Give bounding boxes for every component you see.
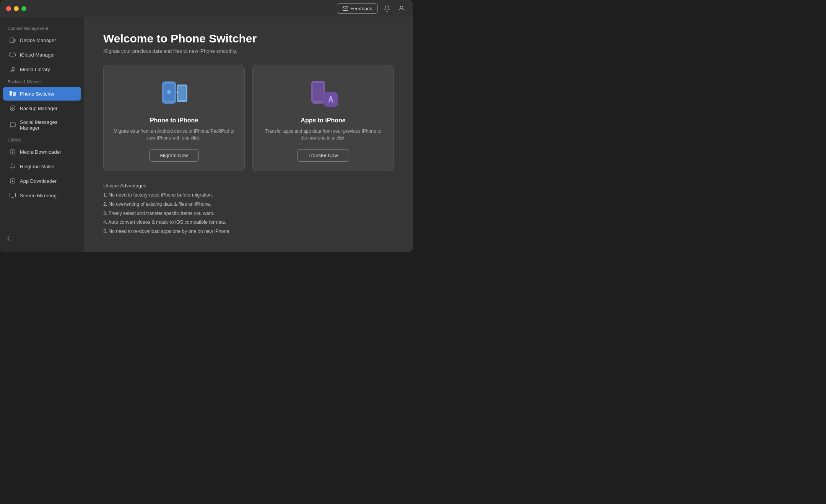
card-phone-to-iphone[interactable]: Phone to iPhone Migrate data from an And… xyxy=(103,65,245,171)
sidebar-item-label: App Downloader xyxy=(20,178,57,184)
svg-point-5 xyxy=(11,70,12,72)
backup-icon xyxy=(9,105,16,112)
person-icon xyxy=(398,5,405,12)
advantage-4: 4. Auto convert videos & music to iOS co… xyxy=(103,219,394,226)
card-apps-desc: Transfer apps and app data from your pre… xyxy=(262,128,384,141)
sidebar-item-label: Media Downloader xyxy=(20,149,61,155)
feedback-button[interactable]: Feedback xyxy=(337,3,378,14)
message-icon xyxy=(9,122,16,128)
device-icon xyxy=(9,37,16,44)
transfer-now-button[interactable]: Transfer Now xyxy=(297,149,349,162)
cards-row: Phone to iPhone Migrate data from an And… xyxy=(103,65,394,171)
screen-icon xyxy=(9,192,16,199)
sidebar-item-label: Media Library xyxy=(20,67,50,72)
music-icon xyxy=(9,66,16,73)
traffic-lights xyxy=(6,6,26,11)
card-phone-title: Phone to iPhone xyxy=(150,117,198,124)
sidebar-item-phone-switcher[interactable]: Phone Switcher xyxy=(3,87,81,101)
sidebar-item-label: iCloud Manager xyxy=(20,52,55,58)
sidebar-item-label: Screen Mirroring xyxy=(20,193,57,198)
advantages-heading: Unique Advantages: xyxy=(103,183,394,189)
sidebar-item-screen-mirroring[interactable]: Screen Mirroring xyxy=(3,189,81,202)
sidebar-item-media-downloader[interactable]: Media Downloader xyxy=(3,145,81,159)
sidebar-item-label: Social Messages Manager xyxy=(20,119,76,131)
phone-to-iphone-icon-area xyxy=(157,76,191,111)
svg-rect-0 xyxy=(343,7,348,11)
svg-point-6 xyxy=(13,70,15,71)
titlebar: Feedback xyxy=(0,0,413,17)
svg-rect-16 xyxy=(178,86,186,100)
svg-rect-4 xyxy=(14,39,15,42)
download-icon xyxy=(9,148,16,155)
maximize-button[interactable] xyxy=(21,6,26,11)
sidebar-item-label: Backup Manager xyxy=(20,106,57,111)
bell-icon xyxy=(384,5,390,12)
card-phone-desc: Migrate data from an Android device or i… xyxy=(113,128,235,141)
apps-to-iphone-icon-area xyxy=(306,76,340,111)
svg-rect-12 xyxy=(10,193,16,197)
page-title: Welcome to Phone Switcher xyxy=(103,32,394,45)
appdown-icon xyxy=(9,177,16,184)
sidebar-collapse-button[interactable] xyxy=(0,231,84,246)
advantage-3: 3. Freely select and transfer specific i… xyxy=(103,210,394,217)
main-layout: Content Management Device Manager xyxy=(0,17,413,252)
sidebar-item-device-manager[interactable]: Device Manager xyxy=(3,33,81,47)
sidebar-item-label: Ringtone Maker xyxy=(20,164,55,169)
sidebar-item-icloud-manager[interactable]: iCloud Manager xyxy=(3,48,81,62)
main-content: Welcome to Phone Switcher Migrate your p… xyxy=(84,17,413,252)
phone-switcher-icon xyxy=(9,90,16,97)
sidebar-item-social-messages[interactable]: Social Messages Manager xyxy=(3,116,81,134)
apps-to-iphone-illustration xyxy=(306,78,340,109)
advantages-list: 1. No need to factory reset iPhone befor… xyxy=(103,192,394,235)
section-label-utilities: Utilities xyxy=(0,135,84,145)
close-button[interactable] xyxy=(6,6,11,11)
sidebar-item-backup-manager[interactable]: Backup Manager xyxy=(3,101,81,115)
advantage-5: 5. No need to re-download apps one by on… xyxy=(103,228,394,235)
mail-icon xyxy=(343,6,348,11)
app-window: Feedback Content Management xyxy=(0,0,413,252)
notifications-button[interactable] xyxy=(382,3,392,14)
sidebar-item-app-downloader[interactable]: App Downloader xyxy=(3,174,81,188)
svg-rect-21 xyxy=(313,83,324,101)
titlebar-actions: Feedback xyxy=(337,3,407,14)
advantage-2: 2. No overwriting of existing data & fil… xyxy=(103,201,394,208)
card-apps-title: Apps to iPhone xyxy=(301,117,345,124)
sidebar: Content Management Device Manager xyxy=(0,17,84,252)
page-subtitle: Migrate your precious data and files to … xyxy=(103,48,394,54)
section-label-backup: Backup & Migrate xyxy=(0,76,84,86)
advantage-1: 1. No need to factory reset iPhone befor… xyxy=(103,192,394,199)
sidebar-item-label: Device Manager xyxy=(20,37,56,43)
migrate-now-button[interactable]: Migrate Now xyxy=(149,149,199,162)
minimize-button[interactable] xyxy=(14,6,19,11)
profile-button[interactable] xyxy=(396,3,407,14)
sidebar-item-ringtone-maker[interactable]: Ringtone Maker xyxy=(3,159,81,173)
advantages-section: Unique Advantages: 1. No need to factory… xyxy=(103,183,394,235)
cloud-icon xyxy=(9,51,16,58)
sidebar-item-label: Phone Switcher xyxy=(20,91,55,97)
phone-to-iphone-illustration xyxy=(157,78,191,109)
sidebar-item-media-library[interactable]: Media Library xyxy=(3,62,81,76)
section-label-content: Content Management xyxy=(0,23,84,33)
svg-rect-8 xyxy=(13,92,16,96)
card-apps-to-iphone[interactable]: Apps to iPhone Transfer apps and app dat… xyxy=(252,65,394,171)
svg-point-19 xyxy=(167,90,171,94)
bell-sidebar-icon xyxy=(9,163,16,170)
svg-point-1 xyxy=(400,6,403,9)
